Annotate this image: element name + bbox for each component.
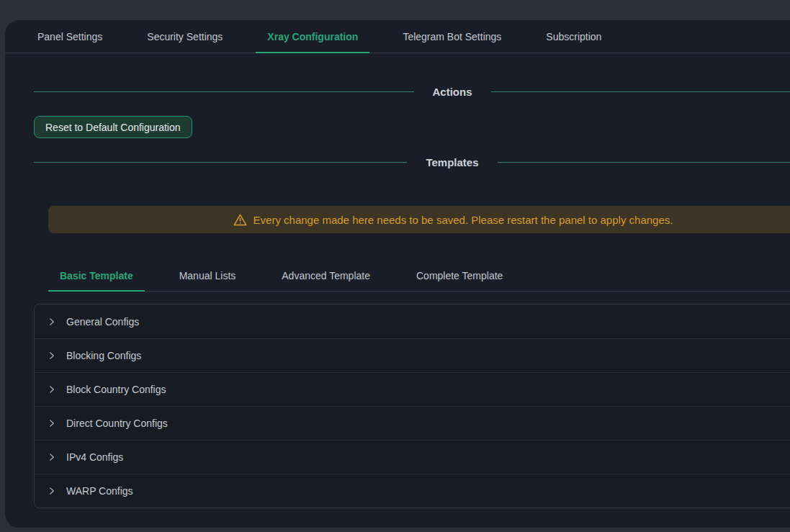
chevron-right-icon	[48, 317, 56, 326]
tab-complete-template[interactable]: Complete Template	[405, 261, 514, 291]
chevron-right-icon	[48, 351, 56, 360]
tab-telegram-bot-settings[interactable]: Telegram Bot Settings	[391, 20, 513, 53]
main-tabbar: Panel Settings Security Settings Xray Co…	[5, 20, 790, 53]
collapse-header-general-configs[interactable]: General Configs	[35, 305, 790, 338]
templates-section-title: Templates	[426, 156, 478, 168]
collapse-header-ipv4-configs[interactable]: IPv4 Configs	[35, 440, 790, 474]
collapse-label: IPv4 Configs	[66, 451, 123, 463]
tab-security-settings[interactable]: Security Settings	[135, 20, 234, 53]
xray-configuration-page: { "header_tabs": { "items": [ {"label": …	[0, 0, 790, 532]
warning-text: Every change made here needs to be saved…	[253, 214, 673, 226]
warning-triangle-icon	[233, 214, 247, 226]
divider-line	[491, 91, 790, 92]
collapse-header-block-country-configs[interactable]: Block Country Configs	[35, 372, 790, 406]
collapse-label: Direct Country Configs	[66, 418, 168, 429]
tab-xray-configuration[interactable]: Xray Configuration	[256, 20, 369, 53]
collapse-header-warp-configs[interactable]: WARP Configs	[35, 474, 790, 508]
chevron-right-icon	[48, 487, 56, 495]
divider-line	[498, 162, 790, 163]
template-tabbar: Basic Template Manual Lists Advanced Tem…	[48, 261, 790, 292]
templates-divider: Templates	[34, 154, 790, 170]
tab-manual-lists[interactable]: Manual Lists	[168, 261, 248, 291]
tab-subscription[interactable]: Subscription	[534, 20, 613, 53]
collapse-label: Blocking Configs	[66, 350, 141, 361]
collapse-label: General Configs	[66, 316, 139, 328]
chevron-right-icon	[48, 385, 56, 394]
restart-warning-alert: Every change made here needs to be saved…	[48, 206, 790, 233]
settings-card: Panel Settings Security Settings Xray Co…	[5, 20, 790, 528]
config-collapse-list: General Configs Blocking Configs Block C…	[34, 304, 790, 508]
collapse-label: Block Country Configs	[66, 384, 166, 395]
divider-line	[34, 91, 414, 92]
chevron-right-icon	[48, 419, 56, 428]
collapse-header-blocking-configs[interactable]: Blocking Configs	[35, 338, 790, 372]
reset-to-default-button[interactable]: Reset to Default Configuration	[34, 116, 192, 138]
actions-divider: Actions	[34, 84, 790, 99]
tab-content: Actions Reset to Default Configuration T…	[5, 84, 790, 508]
chevron-right-icon	[48, 453, 56, 461]
tab-advanced-template[interactable]: Advanced Template	[270, 261, 382, 291]
collapse-label: WARP Configs	[66, 485, 133, 497]
tab-panel-settings[interactable]: Panel Settings	[26, 20, 114, 53]
actions-section-title: Actions	[433, 86, 472, 98]
collapse-header-direct-country-configs[interactable]: Direct Country Configs	[35, 406, 790, 440]
divider-line	[34, 162, 407, 163]
tab-basic-template[interactable]: Basic Template	[48, 261, 145, 291]
